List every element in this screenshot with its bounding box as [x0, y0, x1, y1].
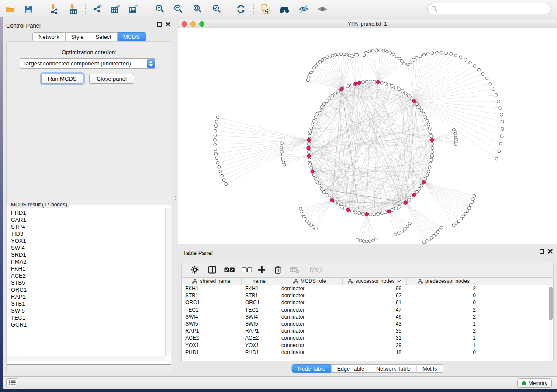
mcds-node[interactable]: TID3 [11, 230, 165, 237]
eye-slash-icon [298, 4, 309, 14]
column-header-shared-name[interactable]: shared name [182, 278, 242, 285]
mcds-node[interactable]: STB5 [11, 279, 165, 286]
column-settings-button[interactable] [190, 265, 200, 275]
optimization-criterion-select[interactable]: largest connected component (undirected) [20, 58, 156, 69]
task-history-button[interactable] [6, 378, 18, 387]
control-panel: Control Panel Network Style Select MCDS … [3, 17, 175, 376]
result-list-vertical-scrollbar[interactable] [165, 208, 171, 356]
float-panel-icon[interactable] [157, 22, 162, 27]
table-row[interactable]: TEC1 TEC1 connector 47 2 [182, 306, 553, 313]
mcds-result-list[interactable]: PHD1 CAR1 STP4 TID3 YOX1 SWI4 SRD1 PMA2 … [7, 208, 165, 356]
import-network-button[interactable] [48, 3, 59, 15]
column-split-button[interactable] [207, 265, 218, 275]
share-document-button[interactable] [260, 3, 271, 15]
select-all-button[interactable] [224, 265, 235, 275]
network-view-window: YPA_prune.txt_1 [178, 20, 557, 244]
mcds-node[interactable]: STP4 [11, 224, 165, 230]
mcds-node[interactable]: GCR1 [11, 321, 165, 328]
table-row[interactable]: FKH1 FKH1 dominator 96 2 [182, 285, 553, 292]
add-row-button[interactable] [256, 265, 267, 275]
mcds-node[interactable]: FKH1 [11, 265, 165, 272]
run-mcds-button[interactable]: Run MCDS [41, 74, 83, 84]
mcds-node[interactable]: SRD1 [11, 251, 165, 258]
mcds-node[interactable]: ACE2 [11, 272, 165, 279]
mcds-node[interactable]: STB1 [11, 300, 165, 307]
close-panel-icon[interactable] [548, 249, 553, 254]
export-network-button[interactable] [92, 3, 103, 15]
mcds-node[interactable]: RAP1 [11, 293, 165, 300]
network-canvas[interactable] [178, 29, 557, 244]
delete-table-button[interactable] [290, 265, 300, 275]
network-graph [214, 49, 504, 244]
search-network-button[interactable] [279, 3, 290, 15]
toolbar-separator [253, 3, 254, 15]
mcds-result-title: MCDS result (17 nodes) [9, 202, 69, 208]
tab-mcds[interactable]: MCDS [118, 32, 146, 41]
open-file-button[interactable] [4, 3, 16, 15]
mcds-node[interactable]: PHD1 [11, 210, 165, 217]
table-row[interactable]: YOX1 YOX1 connector 29 1 [182, 342, 553, 349]
zoom-fit-icon [192, 4, 203, 14]
float-panel-icon[interactable] [540, 249, 544, 254]
zoom-fit-button[interactable] [192, 3, 203, 15]
tab-network-table[interactable]: Network Table [370, 364, 417, 373]
zoom-selected-icon [211, 4, 222, 14]
close-panel-icon[interactable] [166, 22, 170, 27]
show-all-button[interactable] [317, 3, 328, 15]
network-window-titlebar[interactable]: YPA_prune.txt_1 [178, 20, 557, 28]
mcds-node[interactable]: TEC1 [11, 314, 165, 321]
tab-style[interactable]: Style [66, 32, 90, 41]
tab-select[interactable]: Select [90, 32, 118, 41]
scrollbar-thumb[interactable] [549, 287, 553, 320]
refresh-button[interactable] [235, 3, 247, 15]
export-table-button[interactable] [110, 3, 121, 15]
result-list-horizontal-scrollbar[interactable] [7, 356, 165, 361]
table-row[interactable]: SWI4 SWI4 dominator 46 2 [182, 313, 553, 320]
table-vertical-scrollbar[interactable] [548, 285, 553, 361]
mcds-node[interactable]: PMA2 [11, 258, 165, 265]
table-row[interactable]: SWI5 SWI5 connector 43 1 [182, 320, 553, 327]
column-header-mcds-role[interactable]: MCDS role [277, 278, 343, 285]
column-header-filler [481, 278, 553, 285]
panel-splitter-handle[interactable] [175, 196, 176, 200]
tab-motifs[interactable]: Motifs [417, 364, 443, 373]
import-table-icon [68, 4, 78, 14]
tab-network[interactable]: Network [32, 32, 66, 41]
table-row[interactable]: RAP1 RAP1 dominator 35 2 [182, 327, 553, 334]
search-input[interactable] [440, 5, 547, 13]
column-header-name[interactable]: name [242, 278, 277, 285]
mcds-node[interactable]: YOX1 [11, 237, 165, 244]
memory-button[interactable]: Memory [517, 378, 552, 388]
zoom-out-button[interactable] [173, 3, 184, 15]
function-builder-button[interactable]: f(x) [307, 265, 323, 275]
zoom-in-button[interactable] [154, 3, 166, 15]
close-panel-button[interactable]: Close panel [89, 74, 134, 84]
hide-selected-button[interactable] [298, 3, 309, 15]
mcds-node[interactable]: CAR1 [11, 217, 165, 224]
column-header-predecessor-nodes[interactable]: predecessor nodes [407, 278, 481, 285]
control-panel-window-buttons [157, 22, 170, 27]
desktop-background-left [0, 17, 3, 392]
tab-edge-table[interactable]: Edge Table [332, 364, 370, 373]
column-header-successor-nodes[interactable]: successor nodes [343, 278, 407, 285]
mcds-node[interactable]: ORC1 [11, 286, 165, 293]
search-icon [431, 6, 438, 12]
import-table-button[interactable] [67, 3, 79, 15]
delete-row-button[interactable] [273, 265, 283, 275]
deselect-all-button[interactable] [241, 265, 253, 275]
tab-node-table[interactable]: Node Table [292, 364, 332, 373]
mcds-node[interactable]: SWI5 [11, 307, 165, 314]
zoom-selected-button[interactable] [211, 3, 222, 15]
table-row[interactable]: PHD1 PHD1 dominator 18 0 [182, 349, 553, 356]
table-row[interactable]: STB1 STB1 dominator 62 0 [182, 292, 553, 299]
table-row[interactable]: ORC1 ORC1 dominator 61 0 [182, 299, 553, 306]
main-toolbar [0, 0, 557, 17]
plus-icon [257, 265, 266, 274]
export-table-icon [110, 4, 121, 14]
open-folder-icon [5, 4, 15, 14]
save-session-button[interactable] [23, 3, 34, 15]
search-field[interactable] [427, 3, 551, 14]
export-image-button[interactable] [128, 3, 139, 15]
table-row[interactable]: ACE2 ACE2 connector 31 1 [182, 334, 553, 341]
mcds-node[interactable]: SWI4 [11, 244, 165, 251]
